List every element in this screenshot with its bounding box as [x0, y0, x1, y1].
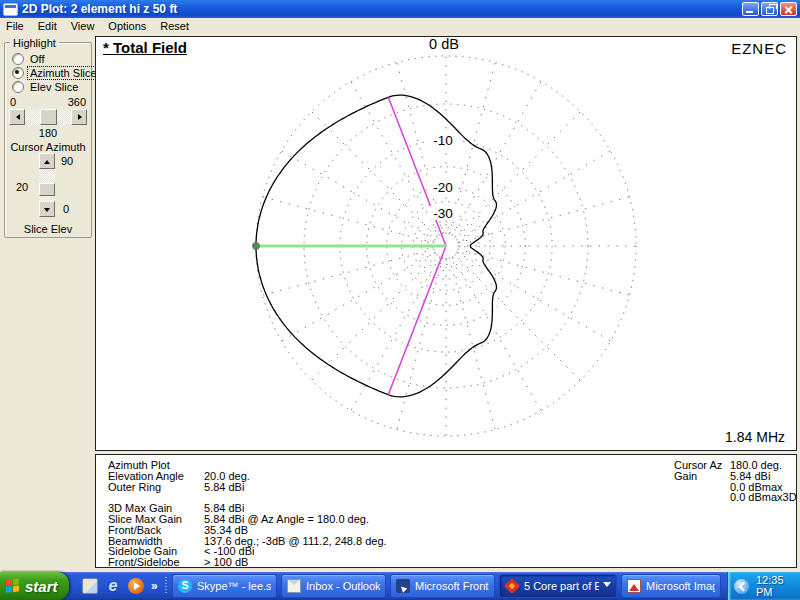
menu-item-reset[interactable]: Reset [154, 19, 197, 33]
azimuth-caption: Cursor Azimuth [5, 141, 91, 153]
info-row: Elevation Angle20.0 deg. [108, 471, 387, 482]
taskbar-clock: 12:35 PM [756, 574, 800, 598]
system-tray: 12:35 PM [727, 572, 800, 600]
polar-plot[interactable]: 0 dB-10-20-30 [96, 37, 796, 450]
start-button[interactable]: start [0, 572, 69, 600]
elev-value: 20 [16, 181, 28, 193]
taskbar-separator [165, 577, 167, 595]
arrow-down-icon [44, 208, 50, 215]
svg-text:-20: -20 [433, 180, 453, 195]
radio-azimuth-indicator[interactable] [12, 67, 24, 79]
info-row: Gain5.84 dBi [674, 471, 797, 482]
radio-off[interactable]: Off [12, 53, 46, 65]
info-row: Front/Back35.34 dB [108, 525, 387, 536]
minimize-button[interactable] [742, 2, 759, 16]
skype-icon: S [178, 579, 192, 593]
windows-flag-icon [6, 578, 21, 593]
restore-icon [766, 7, 774, 14]
menu-item-file[interactable]: File [0, 19, 32, 33]
azimuth-scroll-right-button[interactable] [71, 109, 87, 125]
info-row: Front/Sidelobe> 100 dB [108, 557, 387, 568]
svg-text:0 dB: 0 dB [429, 37, 459, 52]
frontpage-icon [396, 579, 410, 593]
info-row: Outer Ring5.84 dBi [108, 482, 387, 493]
close-button[interactable] [780, 2, 797, 16]
start-label: start [25, 578, 58, 595]
menu-item-view[interactable]: View [65, 19, 103, 33]
media-player-icon[interactable] [128, 578, 144, 594]
info-left-block: Azimuth Plot Elevation Angle20.0 deg. Ou… [108, 460, 387, 568]
window-title: 2D Plot: 2 element hi z 50 ft [22, 2, 742, 16]
quick-launch-overflow-chevron[interactable]: » [151, 579, 158, 593]
internet-explorer-icon[interactable]: e [105, 578, 121, 594]
menu-item-edit[interactable]: Edit [32, 19, 65, 33]
taskbar-button-5-core[interactable]: 5 Core part of E... [499, 574, 617, 598]
frequency-label: 1.84 MHz [725, 429, 785, 445]
svg-text:-30: -30 [433, 206, 453, 221]
elev-caption: Slice Elev [5, 223, 91, 235]
elev-scroll-down-button[interactable] [39, 201, 55, 217]
titlebar[interactable]: 2D Plot: 2 element hi z 50 ft [0, 0, 800, 18]
taskbar-group-arrow-icon[interactable] [603, 582, 611, 591]
elev-min-label: 0 [63, 203, 69, 215]
hide-icons-chevron-icon[interactable] [734, 579, 749, 594]
menubar: File Edit View Options Reset [0, 18, 800, 34]
taskbar-button-frontpage[interactable]: Microsoft FrontPa... [390, 574, 495, 598]
highlight-groupbox: Highlight Off Azimuth Slice Elev Slice 0… [4, 42, 92, 238]
restore-button[interactable] [761, 2, 778, 16]
info-panel: Azimuth Plot Elevation Angle20.0 deg. Ou… [95, 454, 797, 568]
radio-azimuth-slice[interactable]: Azimuth Slice [12, 67, 99, 79]
plot-panel: 0 dB-10-20-30 * Total Field EZNEC 1.84 M… [95, 36, 797, 451]
minimize-icon [746, 11, 753, 13]
arrow-right-icon [78, 114, 85, 120]
plot-field-label: * Total Field [103, 39, 187, 56]
window-icon [3, 3, 18, 16]
azimuth-value: 180 [5, 127, 91, 139]
taskbar: start e » S Skype™ - lee.stra... Inbox -… [0, 572, 800, 600]
elev-scroll-up-button[interactable] [39, 153, 55, 169]
outlook-express-icon [287, 579, 301, 593]
menu-item-options[interactable]: Options [102, 19, 154, 33]
screen: 2D Plot: 2 element hi z 50 ft File Edit … [0, 0, 800, 600]
azimuth-scroll-left-button[interactable] [9, 109, 25, 125]
radio-elev-slice[interactable]: Elev Slice [12, 81, 80, 93]
quick-launch: e » [74, 572, 168, 600]
taskbar-button-skype[interactable]: S Skype™ - lee.stra... [172, 574, 277, 598]
elev-max-label: 90 [61, 155, 73, 167]
image-composer-icon [627, 579, 641, 593]
azimuth-max-label: 360 [68, 96, 86, 108]
info-row: 0.0 dBmax3D [674, 492, 797, 503]
radio-off-indicator[interactable] [12, 53, 24, 65]
taskbar-button-image-composer[interactable]: Microsoft Image C... [621, 574, 721, 598]
show-desktop-icon[interactable] [82, 578, 98, 594]
info-right-block: Cursor Az180.0 deg. Gain5.84 dBi 0.0 dBm… [674, 460, 797, 503]
highlight-title: Highlight [10, 37, 59, 49]
arrow-left-icon [13, 114, 20, 120]
elev-scrollbar[interactable] [39, 153, 55, 217]
taskbar-button-outlook[interactable]: Inbox - Outlook E... [281, 574, 386, 598]
arrow-up-icon [44, 157, 50, 164]
azimuth-min-label: 0 [10, 96, 16, 108]
azimuth-scrollbar[interactable] [9, 109, 87, 125]
eznec-logo: EZNEC [731, 40, 787, 57]
radio-elev-indicator[interactable] [12, 81, 24, 93]
elev-scrollbar-thumb[interactable] [39, 183, 55, 196]
svg-text:-10: -10 [433, 133, 453, 148]
document-icon [504, 578, 520, 594]
azimuth-scrollbar-thumb[interactable] [40, 109, 57, 125]
